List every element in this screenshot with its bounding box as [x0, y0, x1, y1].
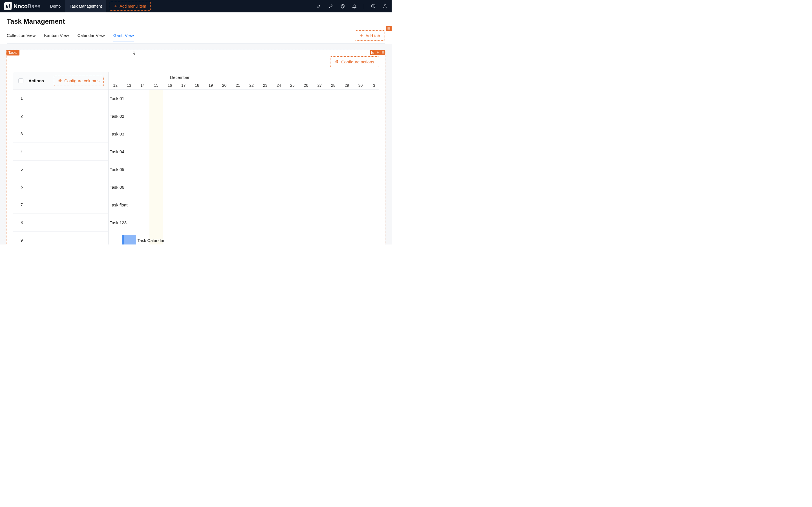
brand-name-bold: Noco	[13, 3, 28, 9]
gantt-task-row[interactable]: Task 04	[109, 143, 379, 161]
configure-columns-label: Configure columns	[64, 78, 100, 83]
gantt-task-row[interactable]: Task 06	[109, 178, 379, 196]
svg-point-2	[384, 4, 386, 6]
block-add-button[interactable]	[370, 50, 375, 55]
help-icon[interactable]	[371, 4, 376, 9]
table-row[interactable]: 6	[13, 178, 108, 196]
gantt-task-row[interactable]: Task 03	[109, 125, 379, 143]
timeline-month-label: December	[109, 75, 379, 80]
gantt-task-row[interactable]: Task 123	[109, 214, 379, 231]
gear-icon[interactable]	[340, 4, 345, 9]
block-insert-button[interactable]	[375, 50, 380, 55]
configure-columns-button[interactable]: Configure columns	[54, 76, 104, 86]
plus-icon	[114, 4, 117, 8]
gantt-task-row[interactable]: Task Calendar	[109, 231, 379, 244]
configure-actions-label: Configure actions	[341, 59, 374, 64]
plus-icon	[360, 34, 363, 37]
table-row[interactable]: 7	[13, 196, 108, 214]
select-all-checkbox[interactable]	[18, 78, 23, 83]
svg-point-1	[373, 7, 373, 8]
table-row[interactable]: 5	[13, 161, 108, 178]
brand-name-light: Base	[28, 3, 41, 9]
gantt-task-row[interactable]: Task 05	[109, 161, 379, 178]
nav-right-icons	[316, 4, 388, 9]
gantt-left-rows: 123456789	[13, 90, 108, 244]
timeline-header: December 1213141516171819202122232425262…	[109, 72, 379, 90]
gantt-task-label: Task 01	[110, 96, 124, 101]
view-tabs: Collection View Kanban View Calendar Vie…	[7, 31, 385, 44]
highlighter-icon[interactable]	[316, 4, 321, 9]
configure-actions-button[interactable]: Configure actions	[330, 56, 379, 67]
designer-toggle-button[interactable]	[386, 26, 392, 31]
timeline-day-cell: 18	[190, 83, 204, 88]
page-title: Task Management	[7, 17, 385, 25]
gantt-container: Actions Configure columns 123456789 Dece…	[13, 72, 379, 244]
add-menu-item-button[interactable]: Add menu item	[110, 2, 150, 11]
tab-collection-view[interactable]: Collection View	[7, 33, 36, 41]
pin-icon[interactable]	[328, 4, 333, 9]
table-row[interactable]: 2	[13, 107, 108, 125]
timeline-day-cell: 12	[109, 83, 122, 88]
timeline-days-row: 121314151617181920212223242526272829303	[109, 83, 379, 88]
timeline-day-cell: 14	[136, 83, 149, 88]
tab-calendar-view[interactable]: Calendar View	[77, 33, 105, 41]
gantt-task-row[interactable]: Task float	[109, 196, 379, 214]
gantt-task-label: Task Calendar	[138, 238, 165, 243]
timeline-day-cell: 21	[231, 83, 245, 88]
gantt-task-label: Task 05	[110, 167, 124, 172]
gantt-task-label: Task 06	[110, 185, 124, 189]
gantt-task-label: Task 123	[110, 220, 126, 225]
gantt-task-row[interactable]: Task 01	[109, 90, 379, 107]
timeline-day-cell: 30	[354, 83, 367, 88]
gantt-bar[interactable]	[122, 235, 136, 244]
block-badge: Tasks	[6, 50, 19, 55]
brand-logo[interactable]: NocoBase	[4, 2, 41, 10]
gantt-right-pane: December 1213141516171819202122232425262…	[109, 72, 379, 244]
gantt-task-label: Task 04	[110, 149, 124, 154]
brand-name: NocoBase	[13, 3, 41, 10]
actions-column-header: Actions	[29, 78, 44, 83]
add-tab-button[interactable]: Add tab	[355, 31, 385, 41]
bell-icon[interactable]	[352, 4, 357, 9]
gantt-right-rows: Task 01Task 02Task 03Task 04Task 05Task …	[109, 90, 379, 244]
add-tab-label: Add tab	[365, 33, 380, 38]
timeline-day-cell: 22	[245, 83, 258, 88]
table-row[interactable]: 4	[13, 143, 108, 161]
table-row[interactable]: 9	[13, 231, 108, 244]
block-menu-button[interactable]	[380, 50, 386, 55]
timeline-day-cell: 28	[326, 83, 340, 88]
timeline-day-cell: 3	[367, 83, 379, 88]
nav-separator	[364, 4, 364, 9]
timeline-day-cell: 23	[258, 83, 272, 88]
timeline-day-cell: 24	[272, 83, 286, 88]
gantt-left-pane: Actions Configure columns 123456789	[13, 72, 109, 244]
timeline-day-cell: 13	[122, 83, 136, 88]
timeline-day-cell: 27	[313, 83, 326, 88]
timeline-day-cell: 26	[299, 83, 313, 88]
timeline-day-cell: 19	[204, 83, 217, 88]
timeline-day-cell: 29	[340, 83, 354, 88]
brand-mark-icon	[4, 2, 12, 10]
gantt-block: Tasks Configure actions	[6, 50, 386, 244]
gantt-left-header: Actions Configure columns	[13, 72, 108, 90]
tab-kanban-view[interactable]: Kanban View	[44, 33, 69, 41]
user-icon[interactable]	[383, 4, 388, 9]
gantt-task-label: Task 03	[110, 131, 124, 136]
content-area: Tasks Configure actions	[0, 44, 392, 244]
tab-gantt-view[interactable]: Gantt View	[113, 33, 134, 41]
block-tools	[370, 50, 386, 55]
table-row[interactable]: 3	[13, 125, 108, 143]
gear-icon	[335, 60, 339, 64]
gantt-task-row[interactable]: Task 02	[109, 107, 379, 125]
nav-item-task-management[interactable]: Task Management	[65, 0, 106, 12]
add-menu-item-label: Add menu item	[119, 4, 146, 8]
gantt-task-label: Task 02	[110, 114, 124, 119]
gantt-task-label: Task float	[110, 203, 128, 207]
table-row[interactable]: 1	[13, 90, 108, 107]
table-row[interactable]: 8	[13, 214, 108, 231]
timeline-day-cell: 15	[149, 83, 163, 88]
nav-items: Demo Task Management	[46, 0, 107, 12]
nav-item-demo[interactable]: Demo	[46, 0, 65, 12]
top-nav: NocoBase Demo Task Management Add menu i…	[0, 0, 392, 12]
timeline-day-cell: 20	[217, 83, 231, 88]
